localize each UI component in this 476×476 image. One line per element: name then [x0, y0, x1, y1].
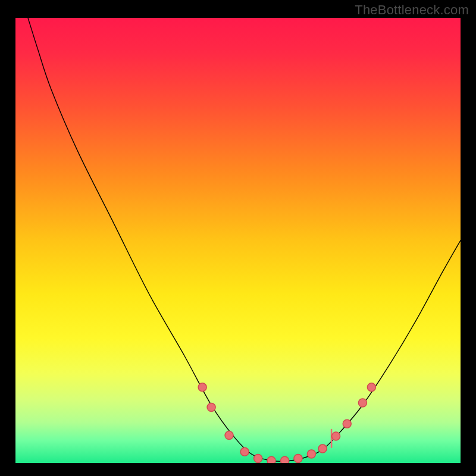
marker-dot — [281, 456, 289, 463]
marker-dot — [318, 444, 327, 453]
marker-dot — [358, 399, 367, 407]
plot-area — [15, 18, 461, 463]
chart-background — [15, 18, 461, 463]
watermark-text: TheBottleneck.com — [355, 2, 469, 18]
marker-dot — [307, 450, 315, 458]
marker-dot — [367, 383, 375, 392]
marker-dot — [254, 455, 262, 463]
marker-dot — [198, 383, 206, 392]
marker-dot — [343, 419, 351, 428]
marker-dot — [225, 431, 233, 440]
marker-dot — [207, 403, 215, 412]
marker-dot — [267, 456, 275, 463]
marker-dot — [294, 455, 302, 463]
marker-dot — [332, 432, 340, 440]
chart-frame: TheBottleneck.com — [0, 0, 476, 476]
chart-svg — [15, 18, 461, 463]
marker-dot — [240, 447, 249, 456]
